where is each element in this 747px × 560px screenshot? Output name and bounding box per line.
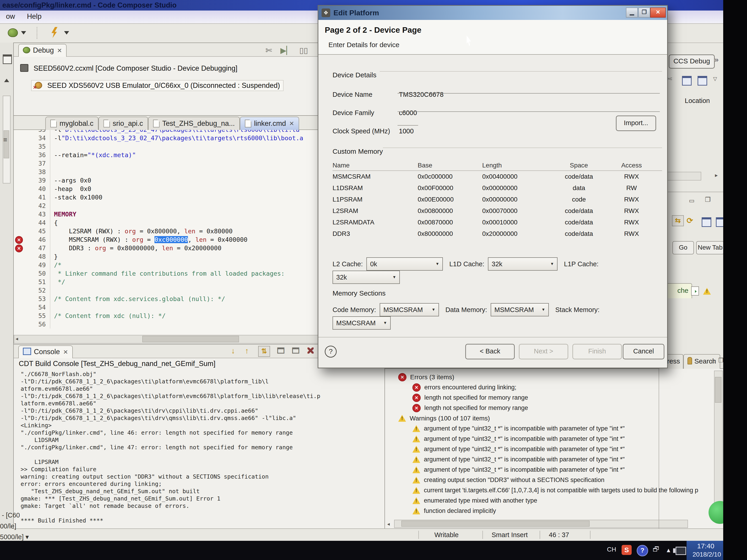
- code-text: {: [50, 218, 58, 227]
- help-tray-icon[interactable]: ?: [637, 545, 648, 560]
- sync-icon[interactable]: ⟳: [687, 216, 693, 225]
- device-family-field[interactable]: c6000: [399, 109, 417, 117]
- search-pin-icon: [688, 357, 692, 365]
- flash-dropdown-icon[interactable]: [64, 31, 69, 34]
- device-name-field[interactable]: TMS320C6678: [399, 91, 443, 98]
- cancel-button[interactable]: Cancel: [623, 344, 664, 359]
- close-icon[interactable]: ✕: [650, 7, 666, 18]
- editor-tab-Test_ZHS_debug_na...[interactable]: Test_ZHS_debug_na...: [148, 117, 240, 130]
- memory-table-row[interactable]: L1DSRAM0x00F000000x00000000dataRW: [333, 182, 662, 194]
- export-doc-icon[interactable]: [691, 286, 699, 296]
- clear-console-icon[interactable]: 🗙: [307, 346, 314, 355]
- finish-button[interactable]: Finish: [572, 344, 622, 359]
- language-indicator[interactable]: CH: [607, 546, 616, 560]
- scroll-down-icon[interactable]: ↓: [231, 346, 235, 355]
- debug-launch-icon[interactable]: [8, 28, 18, 37]
- clipped-text-fragment: 5000/le] ▾: [0, 533, 29, 541]
- line-number: 51: [24, 278, 50, 286]
- menu-item-ow[interactable]: ow: [0, 10, 21, 21]
- perspective-ccs-debug-button[interactable]: CCS Debug: [669, 54, 715, 69]
- more-perspectives-icon[interactable]: »: [715, 55, 719, 64]
- editor-tab-srio_api.c[interactable]: srio_api.c: [98, 117, 148, 130]
- memory-section-value: MSMCSRAM: [380, 306, 429, 314]
- cache-value: 32k: [333, 274, 389, 281]
- import-button[interactable]: Import...: [616, 115, 656, 131]
- help-button[interactable]: ?: [325, 346, 337, 357]
- code-text: [50, 320, 54, 328]
- scroll-up-icon[interactable]: ↑: [245, 346, 249, 355]
- editor-tab-linker.cmd[interactable]: linker.cmd✕: [240, 117, 299, 130]
- maximize-icon[interactable]: ❐: [638, 7, 650, 18]
- pause-icon[interactable]: ▯▯: [299, 46, 308, 55]
- close-icon[interactable]: ✕: [289, 117, 294, 130]
- flash-icon[interactable]: [51, 27, 57, 38]
- view-menu-icon[interactable]: ▽: [713, 76, 717, 82]
- show-hidden-icons[interactable]: ▲: [666, 547, 671, 560]
- tab-debug[interactable]: Debug✕: [18, 44, 67, 57]
- minimize-view-icon[interactable]: ▭: [689, 197, 695, 204]
- menu-item-help[interactable]: Help: [21, 10, 48, 21]
- minimize-view-icon[interactable]: ▭: [711, 358, 716, 365]
- chevron-down-icon: ▼: [547, 262, 557, 266]
- lock-console-icon[interactable]: 🗔: [292, 346, 300, 355]
- memory-section-select-3[interactable]: MSMCSRAM▼: [333, 316, 391, 330]
- outline-icon[interactable]: ≡: [3, 136, 7, 144]
- network-icon[interactable]: [676, 547, 686, 560]
- resume-icon[interactable]: ▶▏: [280, 46, 292, 55]
- new-window-icon[interactable]: [702, 217, 711, 227]
- console-line: <Linking>: [14, 422, 384, 429]
- close-icon[interactable]: ✕: [63, 349, 68, 355]
- dialog-titlebar[interactable]: ❖ Edit Platform ▁ ❐ ✕: [318, 6, 667, 20]
- pin-console-icon[interactable]: 🗔: [277, 346, 285, 355]
- sogou-tray-icon[interactable]: S: [622, 545, 632, 560]
- memory-table-row[interactable]: L2SRAMDATA0x008700000x00010000code/dataR…: [333, 217, 662, 228]
- code-text: [50, 286, 54, 295]
- memory-table-row[interactable]: DDR30x800000000x20000000code/dataRWX: [333, 228, 662, 240]
- tab-console[interactable]: Console✕: [18, 345, 73, 358]
- file-icon: [153, 119, 159, 127]
- memory-table-row[interactable]: L2SRAM0x008000000x00070000code/dataRWX: [333, 205, 662, 217]
- cache-select-2[interactable]: 32k▼: [488, 257, 558, 271]
- console-icon: [23, 348, 31, 355]
- debug-tree-item-target[interactable]: SEED560V2.ccxml [Code Composer Studio - …: [20, 64, 237, 73]
- memory-table-row[interactable]: L1PSRAM0x00E000000x00000000codeRWX: [333, 194, 662, 205]
- problems-hscrollbar[interactable]: [394, 520, 688, 528]
- memory-section-select-1[interactable]: MSMCSRAM▼: [380, 303, 439, 316]
- edit-view-icon[interactable]: [698, 76, 707, 85]
- new-tab-button[interactable]: New Tab: [696, 241, 723, 255]
- pin-window-icon[interactable]: [716, 217, 723, 227]
- maximize-view-icon[interactable]: ❐: [718, 357, 723, 364]
- close-icon[interactable]: ✕: [57, 47, 62, 54]
- layers-tray-icon[interactable]: 🗗: [653, 545, 660, 560]
- windows-taskbar: CH S ? 🗗 ▲ 17:40 2018/2/10: [0, 541, 747, 560]
- back-button[interactable]: < Back: [465, 344, 515, 359]
- next-button[interactable]: Next >: [519, 344, 568, 359]
- scroll-right-icon[interactable]: ▸: [715, 172, 718, 179]
- go-button[interactable]: Go: [672, 241, 694, 255]
- editor-tab-myglobal.c[interactable]: myglobal.c: [45, 117, 98, 130]
- console-line: warning: creating output section "DDR3" …: [14, 473, 384, 480]
- scroll-left-icon[interactable]: ◂: [387, 521, 390, 527]
- debug-tree-item-core[interactable]: SEED XDS560V2 USB Emulator_0/C66xx_0 (Di…: [31, 80, 284, 91]
- warning-icon: [412, 508, 420, 514]
- refresh-icon[interactable]: ⇆: [672, 215, 684, 226]
- cache-select-1[interactable]: 0k▼: [366, 257, 443, 271]
- scroll-lock-icon[interactable]: ⇅: [258, 346, 270, 357]
- restore-view-icon[interactable]: [3, 54, 12, 64]
- minimize-icon[interactable]: ▁: [626, 7, 638, 18]
- maximize-view-icon[interactable]: ❐: [705, 196, 711, 203]
- code-gutter: [14, 193, 24, 202]
- memory-table-row[interactable]: MSMCSRAM0x0c0000000x00400000code/dataRWX: [333, 171, 662, 182]
- disconnect-icon[interactable]: ✄: [265, 46, 272, 55]
- cache-select-3[interactable]: 32k▼: [333, 271, 400, 284]
- code-text: DDR3 : org = 0x80000000, len = 0x2000000…: [50, 244, 222, 252]
- line-number: 47: [24, 244, 50, 252]
- console-output[interactable]: "./C6678_NorFlash.obj"-l"D:/ti/pdk_C6678…: [14, 371, 384, 528]
- scroll-up-icon[interactable]: [4, 79, 9, 82]
- error-icon: ✕: [412, 404, 421, 412]
- code-text: /* Content from xdc.services.global (nul…: [50, 295, 225, 303]
- new-view-icon[interactable]: [682, 76, 692, 85]
- clock-speed-field[interactable]: 1000: [399, 127, 414, 135]
- debug-dropdown-icon[interactable]: [21, 31, 26, 34]
- memory-section-select-2[interactable]: MSMCSRAM▼: [491, 303, 549, 316]
